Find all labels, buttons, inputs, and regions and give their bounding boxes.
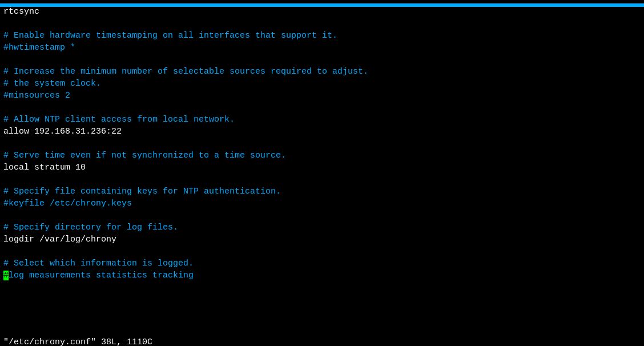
line-comment-1: # Enable hardware timestamping on all in…: [3, 30, 641, 42]
line-empty-3: [3, 102, 641, 114]
line-local-stratum: local stratum 10: [3, 162, 641, 174]
line-empty-5: [3, 174, 641, 186]
line-comment-allow: # Allow NTP client access from local net…: [3, 114, 641, 126]
log-text: log measurements statistics tracking: [9, 271, 194, 280]
line-comment-logdir: # Specify directory for log files.: [3, 222, 641, 234]
top-bar: [0, 3, 644, 7]
status-bar: "/etc/chrony.conf" 38L, 1110C: [0, 335, 644, 346]
line-hwtimestamp: #hwtimestamp *: [3, 42, 641, 54]
line-title: rtcsync: [3, 6, 641, 18]
line-keyfile: #keyfile /etc/chrony.keys: [3, 198, 641, 210]
line-empty-2: [3, 54, 641, 66]
line-comment-log: # Select which information is logged.: [3, 258, 641, 269]
line-logdir-code: logdir /var/log/chrony: [3, 234, 641, 246]
line-empty-6: [3, 210, 641, 222]
line-empty-4: [3, 138, 641, 150]
line-comment-2: # Increase the minimum number of selecta…: [3, 66, 641, 78]
line-allow-code: allow 192.168.31.236:22: [3, 126, 641, 138]
line-empty-1: [3, 18, 641, 30]
line-empty-7: [3, 246, 641, 258]
cursor: #: [3, 271, 9, 280]
line-log-measurements: #log measurements statistics tracking: [3, 269, 641, 281]
line-comment-keyfile: # Specify file containing keys for NTP a…: [3, 186, 641, 198]
line-minsources: #minsources 2: [3, 90, 641, 102]
terminal-content[interactable]: rtcsync # Enable hardware timestamping o…: [0, 3, 644, 284]
terminal-window: rtcsync # Enable hardware timestamping o…: [0, 3, 644, 346]
line-comment-3: # the system clock.: [3, 78, 641, 90]
line-comment-serve: # Serve time even if not synchronized to…: [3, 150, 641, 162]
